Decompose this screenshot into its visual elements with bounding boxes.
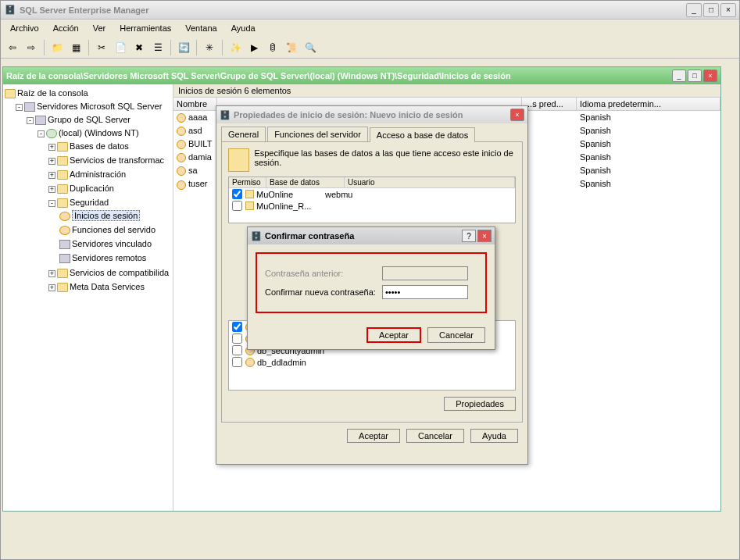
script-icon[interactable]: 📜 — [283, 39, 300, 56]
tree-server-roles[interactable]: Funciones del servido — [72, 225, 156, 234]
user-icon — [177, 180, 186, 190]
db-checkbox[interactable] — [232, 189, 242, 199]
delete-icon[interactable]: ✖ — [130, 39, 148, 56]
menu-herramientas[interactable]: Herramientas — [113, 22, 177, 34]
remote-icon — [59, 254, 70, 263]
expand-icon[interactable]: - — [38, 130, 45, 137]
app-titlebar: 🗄️ SQL Server Enterprise Manager _ □ × — [1, 1, 739, 20]
tree-pane[interactable]: Raíz de la consola -Servidores Microsoft… — [3, 84, 173, 511]
tree-linked[interactable]: Servidores vinculado — [72, 239, 152, 248]
tab-database-access[interactable]: Acceso a base de datos — [370, 127, 475, 142]
mdi-minimize-button[interactable]: _ — [672, 70, 686, 82]
expand-icon[interactable]: + — [48, 158, 55, 165]
folder-icon — [57, 184, 68, 194]
logins-icon — [59, 212, 70, 221]
prop-titlebar: 🗄️ Propiedades de inicio de sesión: Nuev… — [216, 106, 527, 123]
menu-ayuda[interactable]: Ayuda — [225, 22, 262, 34]
expand-icon[interactable]: - — [27, 117, 34, 124]
cut-icon[interactable]: ✂ — [93, 39, 110, 56]
col-name[interactable]: Nombre — [173, 98, 217, 110]
col-lang[interactable]: Idioma predetermin... — [577, 98, 720, 110]
expand-icon[interactable]: - — [48, 200, 55, 207]
db-checkbox[interactable] — [232, 201, 242, 211]
menu-ventana[interactable]: Ventana — [179, 22, 223, 34]
confirm-help-button[interactable]: ? — [462, 230, 476, 242]
properties-button[interactable]: Propiedades — [444, 397, 516, 411]
tree-admin[interactable]: Administración — [70, 169, 126, 179]
col-pred[interactable]: ...s pred... — [522, 98, 577, 110]
expand-icon[interactable]: + — [48, 284, 55, 291]
prop-help-button[interactable]: Ayuda — [470, 429, 518, 443]
run-icon[interactable]: ▶ — [245, 39, 263, 56]
expand-icon[interactable]: + — [48, 172, 55, 179]
tree-compat[interactable]: Servicios de compatibilida — [70, 268, 169, 277]
up-icon[interactable]: 📁 — [48, 39, 66, 56]
col-usuario[interactable]: Usuario — [345, 177, 515, 187]
prop-icon: 🗄️ — [220, 110, 231, 120]
tree-root[interactable]: Raíz de la consola — [17, 88, 88, 98]
tab-general[interactable]: General — [221, 127, 266, 141]
confirm-title: Confirmar contraseña — [265, 231, 460, 241]
tree-dts[interactable]: Servicios de transformac — [70, 155, 164, 165]
maximize-button[interactable]: □ — [703, 3, 719, 17]
confirm-ok-button[interactable]: Aceptar — [366, 327, 421, 343]
prop-ok-button[interactable]: Aceptar — [347, 429, 400, 443]
mdi-close-button[interactable]: × — [703, 70, 717, 82]
expand-icon[interactable]: - — [16, 104, 23, 111]
close-button[interactable]: × — [720, 3, 736, 17]
list-icon[interactable]: ▦ — [67, 39, 84, 56]
tree-remote[interactable]: Servidores remotos — [72, 253, 146, 262]
role-checkbox[interactable] — [232, 322, 242, 332]
new-password-input[interactable] — [382, 285, 468, 299]
prop-cancel-button[interactable]: Cancelar — [406, 429, 464, 443]
role-checkbox[interactable] — [232, 357, 242, 367]
role-row[interactable]: db_ddladmin — [229, 356, 515, 368]
tab-server-roles[interactable]: Funciones del servidor — [267, 127, 368, 141]
role-checkbox[interactable] — [232, 345, 242, 355]
tree-meta[interactable]: Meta Data Services — [70, 282, 145, 291]
copy-icon[interactable]: 📄 — [112, 39, 129, 56]
confirm-cancel-button[interactable]: Cancelar — [427, 327, 485, 343]
props-icon[interactable]: ☰ — [149, 39, 166, 56]
tree-dup[interactable]: Duplicación — [70, 184, 114, 193]
col-permiso[interactable]: Permiso — [229, 177, 266, 187]
expand-icon[interactable]: + — [48, 186, 55, 193]
tree-group[interactable]: Grupo de SQL Server — [48, 115, 130, 124]
local-icon — [46, 129, 57, 138]
tree-databases[interactable]: Bases de datos — [70, 141, 129, 151]
server-icon — [24, 102, 35, 112]
minimize-button[interactable]: _ — [686, 3, 702, 17]
confirm-icon: 🗄️ — [251, 231, 262, 241]
db-row[interactable]: MuOnlinewebmu — [229, 188, 515, 200]
col-basedatos[interactable]: Base de datos — [266, 177, 345, 187]
prop-close-button[interactable]: × — [510, 109, 524, 121]
tree-security[interactable]: Seguridad — [70, 198, 109, 207]
db-icon — [245, 190, 254, 198]
tree-logins[interactable]: Inicios de sesión — [72, 210, 140, 221]
confirm-close-button[interactable]: × — [477, 230, 492, 242]
wizard-icon[interactable]: ✨ — [227, 39, 244, 56]
refresh-icon[interactable]: 🔄 — [175, 39, 192, 56]
tree-local[interactable]: (local) (Windows NT) — [59, 128, 139, 137]
forward-icon[interactable]: ⇨ — [23, 39, 40, 56]
app-icon: 🗄️ — [4, 4, 16, 16]
role-checkbox[interactable] — [232, 334, 242, 344]
db-row[interactable]: MuOnline_R... — [229, 200, 515, 212]
menu-accion[interactable]: Acción — [47, 22, 85, 34]
folder-icon — [57, 142, 68, 152]
expand-icon[interactable]: + — [48, 144, 55, 151]
folder-icon — [57, 198, 68, 208]
menu-ver[interactable]: Ver — [87, 22, 113, 34]
new-icon[interactable]: ✳ — [201, 39, 218, 56]
expand-icon[interactable]: + — [48, 270, 55, 277]
menu-archivo[interactable]: Archivo — [4, 22, 45, 34]
db-grid[interactable]: Permiso Base de datos Usuario MuOnlinewe… — [228, 177, 516, 223]
back-icon[interactable]: ⇦ — [4, 39, 21, 56]
folder-icon — [5, 89, 16, 98]
confirm-titlebar: 🗄️ Confirmar contraseña ? × — [248, 227, 495, 244]
mdi-maximize-button[interactable]: □ — [688, 70, 702, 82]
new-password-label: Confirmar nueva contraseña: — [265, 287, 382, 297]
find-icon[interactable]: 🔍 — [302, 39, 319, 56]
tree-servers[interactable]: Servidores Microsoft SQL Server — [37, 102, 162, 111]
db-icon[interactable]: 🛢 — [264, 39, 281, 56]
